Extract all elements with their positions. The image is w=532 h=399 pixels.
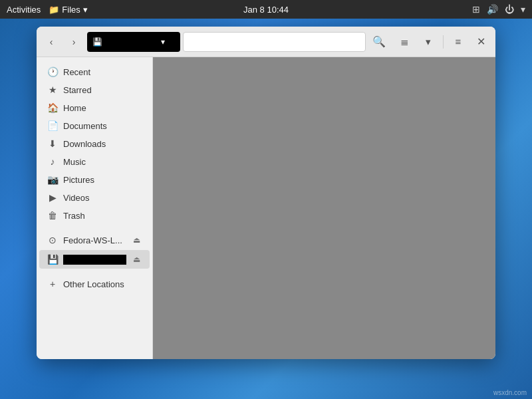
topbar-dropdown-icon[interactable]: ▾ <box>521 4 525 15</box>
fedora-drive-icon: ⊙ <box>47 235 58 245</box>
sidebar-item-videos-label: Videos <box>63 193 142 203</box>
view-dropdown-button[interactable]: ▾ <box>418 33 439 51</box>
sidebar-item-trash[interactable]: 🗑 Trash <box>39 207 150 224</box>
view-options-button[interactable]: ≣ <box>394 33 415 51</box>
sidebar-item-downloads[interactable]: ⬇ Downloads <box>39 135 150 152</box>
sidebar-item-starred-label: Starred <box>63 85 142 95</box>
trash-icon: 🗑 <box>47 210 58 221</box>
location-drive-icon: 💾 <box>92 37 102 47</box>
close-icon: ✕ <box>477 35 485 48</box>
view-dropdown-icon: ▾ <box>426 36 431 48</box>
sidebar-item-usb[interactable]: 💾 ⏏ <box>39 250 150 269</box>
location-text <box>105 37 158 47</box>
documents-icon: 📄 <box>47 120 58 131</box>
usb-eject-button[interactable]: ⏏ <box>132 253 142 265</box>
close-button[interactable]: ✕ <box>471 33 490 51</box>
recent-icon: 🕐 <box>47 66 58 77</box>
sidebar: 🕐 Recent ★ Starred 🏠 Home 📄 Documents <box>37 57 153 359</box>
home-icon: 🏠 <box>47 102 58 113</box>
location-bar: 💾 ▾ 🔍 <box>87 32 390 52</box>
videos-icon: ▶ <box>47 192 58 203</box>
back-button[interactable]: ‹ <box>42 33 61 51</box>
topbar-time: Jan 8 10:44 <box>243 5 289 15</box>
window-toolbar: ‹ › 💾 ▾ 🔍 ≣ ▾ <box>37 27 495 57</box>
window-content: 🕐 Recent ★ Starred 🏠 Home 📄 Documents <box>37 57 495 359</box>
fedora-eject-button[interactable]: ⏏ <box>132 234 142 246</box>
sidebar-item-pictures[interactable]: 📷 Pictures <box>39 171 150 188</box>
usb-drive-icon: 💾 <box>47 254 58 265</box>
sidebar-item-fedora-label: Fedora-WS-L... <box>63 235 126 245</box>
topbar-left: Activities 📁 Files ▾ <box>7 5 88 15</box>
taskbar-brand: wsxdn.com <box>488 386 532 399</box>
topbar-clock: Jan 8 10:44 <box>243 5 289 15</box>
other-locations-icon: + <box>47 279 58 289</box>
pictures-icon: 📷 <box>47 174 58 185</box>
desktop: Activities 📁 Files ▾ Jan 8 10:44 ⊞ 🔊 ⏻ ▾… <box>0 0 532 399</box>
toolbar-right: ≣ ▾ ≡ ✕ <box>394 33 490 51</box>
sidebar-item-other-locations[interactable]: + Other Locations <box>39 275 150 293</box>
topbar-right: ⊞ 🔊 ⏻ ▾ <box>472 4 525 15</box>
files-menu-button[interactable]: 📁 Files ▾ <box>49 5 87 15</box>
sidebar-item-home-label: Home <box>63 103 142 113</box>
file-manager-window: ‹ › 💾 ▾ 🔍 ≣ ▾ <box>37 27 495 359</box>
sidebar-item-pictures-label: Pictures <box>63 175 142 185</box>
sidebar-item-recent-label: Recent <box>63 67 142 77</box>
sidebar-item-music-label: Music <box>63 157 142 167</box>
topbar: Activities 📁 Files ▾ Jan 8 10:44 ⊞ 🔊 ⏻ ▾ <box>0 0 532 19</box>
files-menu-dropdown-icon: ▾ <box>83 5 88 15</box>
downloads-icon: ⬇ <box>47 138 58 149</box>
power-icon: ⏻ <box>505 4 514 15</box>
sidebar-item-trash-label: Trash <box>63 211 142 221</box>
location-dropdown-button[interactable]: ▾ <box>158 37 168 47</box>
menu-icon: ≡ <box>456 36 462 47</box>
files-menu-label: Files <box>62 5 80 15</box>
activities-button[interactable]: Activities <box>7 5 41 15</box>
sidebar-item-music[interactable]: ♪ Music <box>39 153 150 170</box>
network-icon: ⊞ <box>472 4 480 15</box>
sidebar-item-recent[interactable]: 🕐 Recent <box>39 63 150 80</box>
sidebar-item-fedora[interactable]: ⊙ Fedora-WS-L... ⏏ <box>39 231 150 249</box>
search-icon: 🔍 <box>372 35 386 48</box>
main-file-area <box>153 57 495 359</box>
music-icon: ♪ <box>47 156 58 167</box>
search-input[interactable] <box>183 32 366 52</box>
sidebar-item-home[interactable]: 🏠 Home <box>39 99 150 116</box>
brand-label: wsxdn.com <box>493 389 527 396</box>
sidebar-item-documents-label: Documents <box>63 121 142 131</box>
sidebar-separator-2 <box>37 269 152 275</box>
menu-button[interactable]: ≡ <box>448 33 469 51</box>
volume-icon: 🔊 <box>487 4 498 15</box>
sidebar-item-downloads-label: Downloads <box>63 139 142 149</box>
sidebar-separator-1 <box>37 225 152 230</box>
sidebar-item-documents[interactable]: 📄 Documents <box>39 117 150 134</box>
forward-button[interactable]: › <box>65 33 83 51</box>
search-button[interactable]: 🔍 <box>368 32 390 52</box>
files-menu-icon: 📁 <box>49 5 59 15</box>
sidebar-item-starred[interactable]: ★ Starred <box>39 81 150 98</box>
list-view-icon: ≣ <box>400 36 409 48</box>
sidebar-item-usb-label <box>63 255 126 265</box>
sidebar-item-other-locations-label: Other Locations <box>63 279 142 289</box>
starred-icon: ★ <box>47 84 58 95</box>
location-breadcrumb[interactable]: 💾 ▾ <box>87 32 180 52</box>
sidebar-item-videos[interactable]: ▶ Videos <box>39 189 150 206</box>
toolbar-separator <box>443 35 444 49</box>
